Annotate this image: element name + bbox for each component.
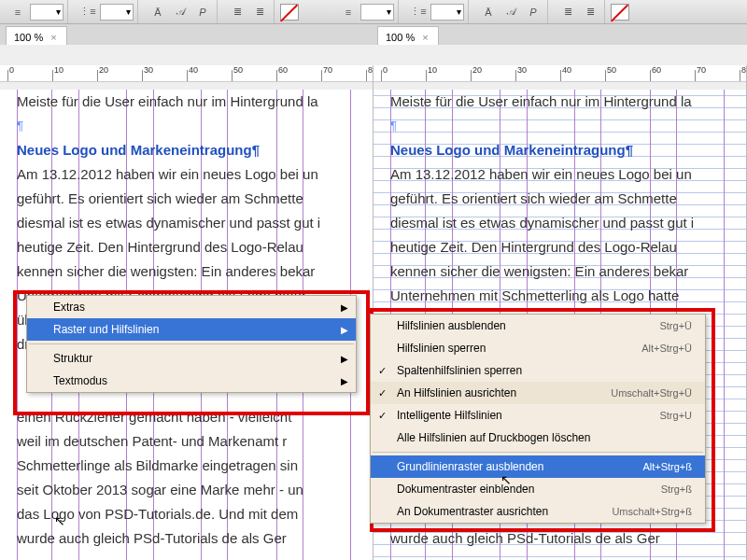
close-icon[interactable]: × [50,32,56,43]
submenu-item[interactable]: Hilfslinien sperrenAlt+Strg+Ü [371,337,705,359]
paragraph-style-icon[interactable]: P [523,3,543,21]
baseline-grid-on-icon[interactable]: ≣ [227,3,247,21]
tab-label: 100 % [386,32,415,43]
submenu-item[interactable]: Hilfslinien ausblendenStrg+Ü [371,315,705,337]
text-line: wurde auch gleich PSd-Tutorials de als G… [390,526,740,551]
submenu-item[interactable]: Grundlinienraster ausblendenAlt+Strg+ß [371,455,705,478]
submenu-item[interactable]: An Dokumentraster ausrichtenUmschalt+Str… [371,500,705,523]
align-left-icon[interactable]: ≡ [7,3,28,21]
horizontal-ruler: 01020304050607080 [374,65,746,82]
text-line: Unternehmen mit Schmetterling als Logo h… [390,284,740,308]
fill-swatch[interactable] [611,4,629,21]
text-line: Schmetterlinge als Bildmarke eingetragen… [17,454,367,478]
submenu-item[interactable]: ✓Intelligente HilfslinienStrg+U [371,404,705,427]
list-icon[interactable]: ⋮≡ [78,3,98,21]
zoom-tab[interactable]: 100 % × [6,26,67,45]
text-line: Meiste für die User einfach nur im Hinte… [17,90,367,114]
submenu-item[interactable]: ✓An Hilfslinien ausrichtenUmschalt+Strg+… [371,382,705,404]
text-line: diesmal ist es etwas dynamischer und pas… [390,211,740,235]
text-line: einen Rückzieher gemacht haben - viellei… [17,405,367,429]
cursor-pointer-icon: ↖ [500,472,512,487]
text-line: ¶ [390,114,740,138]
menu-item[interactable]: Struktur▶ [27,347,356,370]
text-line: diesmal ist es etwas dynamischer und pas… [17,211,367,235]
paragraph-style-icon[interactable]: P [192,3,213,21]
cursor-pointer-icon: ↖ [54,513,65,528]
menu-item[interactable]: Extras▶ [27,296,356,318]
text-line: geführt. Es orientiert sich wieder am Sc… [17,187,367,211]
baseline-grid-off-icon[interactable]: ≣ [249,3,270,21]
align-left-icon[interactable]: ≡ [338,3,359,21]
text-line: heutige Zeit. Den Hintergrund des Logo-R… [390,235,740,259]
text-line: kennen sicher die wenigsten: Ein anderes… [390,259,740,284]
char-icon[interactable]: Ä [478,3,499,21]
char-icon[interactable]: Ä [148,3,168,21]
text-line: Am 13.12.2012 haben wir ein neues Logo b… [390,162,740,187]
indent-dropdown[interactable]: ▾ [30,4,63,21]
submenu-item[interactable]: ✓Spaltenhilfslinien sperren [371,359,705,382]
document-tabs: 100 % × 100 % × [0,24,747,45]
menu-item[interactable]: Raster und Hilfslinien▶ [27,318,356,341]
baseline-grid-off-icon[interactable]: ≣ [580,3,600,21]
text-line: kennen sicher die wenigsten: Ein anderes… [17,259,367,284]
tab-label: 100 % [14,32,43,43]
text-line: ¶ [17,114,367,138]
submenu-raster-hilfslinien: Hilfslinien ausblendenStrg+ÜHilfslinien … [370,314,706,524]
indent-dropdown[interactable]: ▾ [360,4,394,21]
format-toolbar: ≡ ▾ ⋮≡ ▾ Ä 𝒜 P ≣ ≣ ≡ ▾ ⋮≡ ▾ Ä 𝒜 P ≣ ≣ [0,0,747,24]
submenu-item[interactable]: Alle Hilfslinien auf Druckbogen löschen [371,427,705,449]
opentype-icon[interactable]: 𝒜 [170,3,190,21]
text-line: heutige Zeit. Den Hintergrund des Logo-R… [17,235,367,259]
text-line: das Logo von PSD-Tutorials.de. Und mit d… [17,502,367,526]
text-line: Neues Logo und Markeneintragung¶ [17,138,367,162]
baseline-grid-on-icon[interactable]: ≣ [557,3,578,21]
list-dropdown[interactable]: ▾ [430,4,464,21]
text-line: Neues Logo und Markeneintragung¶ [390,138,740,162]
submenu-item[interactable]: Dokumentraster einblendenStrg+ß [371,478,705,500]
context-menu: Extras▶Raster und Hilfslinien▶Struktur▶T… [26,295,357,393]
menu-item[interactable]: Textmodus▶ [27,370,356,392]
list-icon[interactable]: ⋮≡ [408,3,429,21]
text-line: geführt. Es orientiert sich wieder am Sc… [390,187,740,211]
text-line: seit Oktober 2013 sogar eine Marke mehr … [17,478,367,502]
fill-swatch[interactable] [280,4,299,21]
text-line: Am 13.12.2012 haben wir ein neues Logo b… [17,162,367,187]
opentype-icon[interactable]: 𝒜 [500,3,521,21]
close-icon[interactable]: × [422,32,428,43]
text-line: Meiste für die User einfach nur im Hinte… [390,90,740,114]
list-dropdown[interactable]: ▾ [100,4,134,21]
text-line: weil im deutschen Patent- und Markenamt … [17,429,367,454]
zoom-tab[interactable]: 100 % × [377,26,439,45]
text-line: wurde auch gleich PSd-Tutorials de als G… [17,526,367,551]
horizontal-ruler: 01020304050607080 [0,65,373,82]
